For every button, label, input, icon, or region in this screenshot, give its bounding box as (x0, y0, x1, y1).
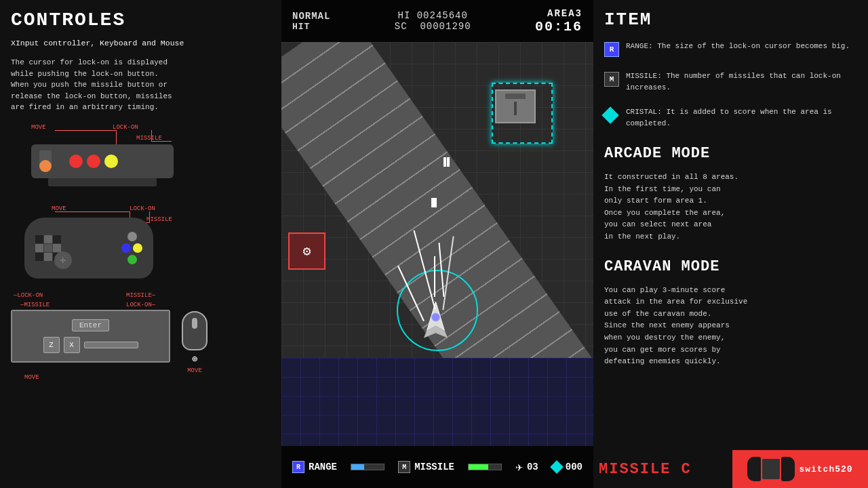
arcade-text: It constructed in all 8 areas.In the fir… (604, 171, 857, 243)
connector-line (55, 211, 130, 212)
scroll-arrows-icon: ⊕ (192, 353, 197, 365)
mouse-section: ⊕ MOVE (182, 293, 208, 378)
description: The cursor for lock-on is displayedwhile… (11, 57, 271, 113)
btn-top (127, 232, 137, 241)
switch-badge: switch520 (732, 450, 868, 488)
game-mode: NORMAL (292, 11, 330, 22)
dpad-tr (53, 235, 61, 243)
btn-yellow (133, 243, 142, 253)
dpad-l (35, 244, 43, 252)
hud-range: R RANGE (292, 461, 337, 473)
connector-line (149, 211, 150, 223)
item-missile: M MISSILE: The number of missiles that c… (604, 70, 857, 93)
missile-label-kb: MISSILE— (126, 292, 155, 299)
controls-title: CONTROLES (11, 9, 271, 30)
switch-screen (762, 459, 780, 479)
x-key: X (64, 337, 80, 353)
pad-base (48, 178, 157, 186)
joystick-diagram: MOVE LOCK-ON MISSILE (11, 124, 271, 199)
game-background: ⚙ (281, 42, 593, 446)
enemy-tank (495, 89, 536, 123)
missile-bar-fill (469, 464, 488, 470)
range-item-text: RANGE: The size of the lock-on cursor be… (626, 41, 850, 57)
dpad-b (44, 253, 52, 261)
missile-item-icon: M (604, 72, 619, 87)
lockon-label-2: LOCK-ON (130, 205, 155, 212)
ship-lives-icon: ✈ (515, 460, 523, 474)
btn-blue (121, 243, 131, 253)
road-mark-2 (447, 157, 450, 167)
btn-mid-row (121, 243, 142, 253)
crystal-item-icon (601, 106, 618, 123)
connector-line (151, 130, 152, 142)
joystick-ball (39, 160, 52, 172)
enemy-red: ⚙ (288, 232, 326, 270)
game-title-label: MISSILE C (593, 461, 692, 478)
switch-text: switch520 (799, 464, 852, 474)
lockon-label-3: —LOCK-ON (14, 292, 43, 299)
bottom-area (281, 358, 593, 446)
hud-bottom: R RANGE M MISSILE ✈ 03 000 (281, 446, 593, 488)
mouse-body (182, 311, 208, 350)
connector-line (151, 141, 172, 142)
arcade-pad (31, 144, 174, 178)
dpad-c (44, 244, 52, 252)
bottom-badge-area: MISSILE C switch520 (593, 450, 868, 488)
move-label-4: MOVE (187, 367, 202, 374)
dpad-r (53, 244, 61, 252)
missile-hud-icon: M (398, 461, 410, 473)
caravan-title: CARAVAN MODE (604, 258, 857, 275)
hud-top: NORMAL HIT HI 00245640 SC 00001290 AREA3… (281, 0, 593, 42)
missile-label-3: —MISSILE (20, 302, 50, 308)
enter-key: Enter (72, 319, 109, 331)
road-mark-1 (443, 157, 446, 167)
hud-right: AREA3 00:16 (535, 8, 583, 35)
road-mark-3 (431, 198, 434, 207)
z-key: Z (43, 337, 60, 353)
arcade-title: ARCADE MODE (604, 145, 857, 162)
game-panel: NORMAL HIT HI 00245640 SC 00001290 AREA3… (281, 0, 593, 488)
crystal-item-text: CRISTAL: It is added to score when the a… (626, 106, 857, 129)
dpad-bl (35, 253, 43, 261)
controllers-area: MOVE LOCK-ON MISSILE (11, 124, 271, 378)
switch-right-joycon (781, 457, 795, 481)
svg-point-2 (432, 313, 440, 321)
tank-gun (514, 102, 517, 115)
hud-lives: ✈ 03 (515, 460, 538, 474)
btn-red-2 (87, 155, 100, 168)
gamepad-diagram: MOVE LOCK-ON MISSILE ✛ (11, 205, 271, 287)
lockon-label-kb: LOCK-ON— (126, 302, 155, 308)
missile-label-2: MISSILE (146, 216, 172, 223)
right-panel: ITEM R RANGE: The size of the lock-on cu… (593, 0, 868, 488)
road-mark-4 (434, 198, 437, 207)
btn-green (127, 255, 137, 264)
analog-cross-icon: ✛ (60, 256, 66, 265)
left-panel: CONTROLES XInput controller, Keyboard an… (0, 0, 281, 488)
crystal-hud-icon (550, 460, 564, 474)
area-label: AREA3 (535, 8, 583, 19)
btn-yellow-1 (104, 155, 118, 168)
lives-count: 03 (527, 462, 538, 472)
missile-item-text: MISSILE: The number of missiles that can… (626, 70, 857, 93)
sc-score: SC 00001290 (395, 21, 471, 32)
timer: 00:16 (535, 19, 583, 35)
keyboard-section: —LOCK-ON —MISSILE MISSILE— LOCK-ON— Ente… (11, 293, 174, 378)
range-icon: R (292, 461, 304, 473)
move-label-3: MOVE (24, 374, 39, 381)
hud-center: HI 00245640 SC 00001290 (395, 10, 471, 32)
caravan-text: You can play 3-minute scoreattack in the… (604, 285, 857, 368)
subtitle: XInput controller, Keyboard and Mouse (11, 39, 271, 47)
hud-left: NORMAL HIT (292, 11, 330, 32)
hi-score: HI 00245640 (395, 10, 471, 21)
btn-red-1 (69, 155, 83, 168)
arcade-buttons (69, 155, 118, 168)
crystals-count: 000 (566, 462, 583, 472)
missile-label: MISSILE (414, 462, 454, 472)
range-item-icon: R (604, 42, 619, 57)
keyboard-box: Enter Z X (11, 310, 170, 363)
hud-missile: M MISSILE (398, 461, 454, 473)
hud-crystals: 000 (552, 462, 583, 472)
gamepad-body: ✛ (24, 218, 153, 279)
move-label-1: MOVE (31, 124, 46, 131)
right-buttons (121, 232, 142, 264)
